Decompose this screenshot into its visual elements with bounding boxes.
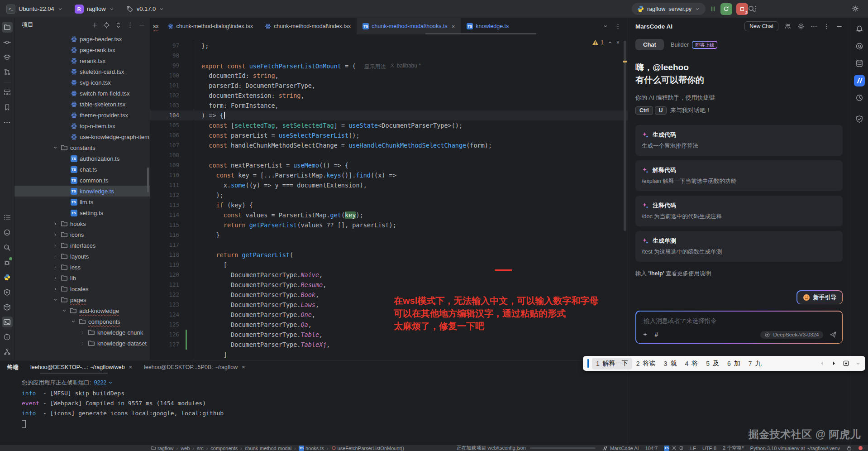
services-icon[interactable] xyxy=(2,287,13,297)
typescript-status-icon[interactable]: TS xyxy=(664,446,669,451)
tree-item-authorizationts[interactable]: TSauthorization.ts xyxy=(14,153,150,164)
huggingface-icon[interactable] xyxy=(2,227,13,238)
todo-icon[interactable] xyxy=(2,212,13,223)
tree-item-locales[interactable]: locales xyxy=(14,283,150,294)
ime-candidate-3[interactable]: 3就 xyxy=(660,358,681,369)
breadcrumb-item[interactable]: chunk-method-modal xyxy=(245,446,291,451)
code-line[interactable]: 108 xyxy=(150,150,628,160)
code-line[interactable]: 120 DocumentParserType.Naive, xyxy=(150,270,628,280)
commit-icon[interactable] xyxy=(2,37,13,48)
tree-item-pages[interactable]: pages xyxy=(14,294,150,305)
expand-collapse-icon[interactable] xyxy=(115,22,122,29)
minimize-icon[interactable] xyxy=(836,23,843,30)
ime-prev-icon[interactable] xyxy=(819,360,825,366)
breadcrumb-item[interactable]: useFetchParserListOnMount() xyxy=(331,446,404,451)
tree-item-switch-fom-fieldtsx[interactable]: switch-fom-field.tsx xyxy=(14,88,150,99)
ai-suggestion-card-3[interactable]: 生成单测/test 为这段选中的函数生成单测 xyxy=(635,231,843,262)
dependency-checker-icon[interactable] xyxy=(854,114,865,125)
ime-clipboard-icon[interactable] xyxy=(843,360,849,367)
breadcrumb-item[interactable]: components xyxy=(210,446,238,451)
inspections-widget[interactable]: 1 × xyxy=(592,39,620,46)
add-icon[interactable] xyxy=(91,22,98,29)
tree-scrollbar[interactable] xyxy=(147,168,149,192)
marscode-icon[interactable] xyxy=(854,75,865,86)
tree-item-chatts[interactable]: TSchat.ts xyxy=(14,164,150,175)
debug-icon[interactable] xyxy=(2,257,13,268)
problems-icon[interactable] xyxy=(2,331,13,342)
terminal-icon[interactable] xyxy=(2,317,13,327)
breadcrumb-item[interactable]: ragflow xyxy=(151,446,173,451)
send-icon[interactable] xyxy=(830,331,837,338)
database-icon[interactable] xyxy=(854,58,865,69)
rerun-button[interactable] xyxy=(720,3,732,15)
terminal-output[interactable]: 您的应用程序正在侦听端口: 9222 info - [MFSU] skip bu… xyxy=(0,374,628,428)
code-line[interactable]: 112 ); xyxy=(150,190,628,200)
ime-candidate-5[interactable]: 5及 xyxy=(702,358,723,369)
code-line[interactable]: 115 return getParserList(values ?? [], p… xyxy=(150,220,628,230)
search-icon[interactable] xyxy=(2,242,13,253)
tree-item-constants[interactable]: constants xyxy=(14,142,150,153)
chevron-up-icon[interactable] xyxy=(607,40,613,45)
tree-toggle-icon[interactable] xyxy=(52,243,58,248)
code-line[interactable]: 101 parserId: DocumentParserType, xyxy=(150,81,628,91)
python-packages-icon[interactable] xyxy=(2,272,13,283)
pull-requests-icon[interactable] xyxy=(2,67,13,77)
editor-scrollbar[interactable] xyxy=(624,41,626,231)
ai-suggestion-card-0[interactable]: 生成代码生成一个冒泡排序算法 xyxy=(635,125,843,156)
tree-item-svg-icontsx[interactable]: svg-icon.tsx xyxy=(14,77,150,88)
code-line[interactable]: 99export const useFetchParserListOnMount… xyxy=(150,61,628,71)
ime-candidate-2[interactable]: 2将诶 xyxy=(632,358,660,369)
code-line[interactable]: 116 } xyxy=(150,230,628,240)
new-chat-button[interactable]: New Chat xyxy=(744,21,778,31)
tree-toggle-icon[interactable] xyxy=(52,265,58,270)
code-line[interactable]: 102 documentExtension: string, xyxy=(150,91,628,101)
close-icon[interactable]: × xyxy=(616,39,620,46)
ime-candidate-4[interactable]: 4将 xyxy=(681,358,702,369)
tree-toggle-icon[interactable] xyxy=(52,276,58,281)
notifications-icon[interactable] xyxy=(854,24,865,34)
code-line[interactable]: 107 const handleChunkMethodSelectChange … xyxy=(150,140,628,150)
tree-item-llmts[interactable]: TSllm.ts xyxy=(14,197,150,207)
tree-toggle-icon[interactable] xyxy=(52,297,58,302)
project-folder-icon[interactable] xyxy=(2,22,13,33)
tab-list-dropdown-icon[interactable] xyxy=(603,24,608,29)
share-icon[interactable] xyxy=(784,23,792,30)
structure-icon[interactable] xyxy=(2,87,13,98)
editor-tab[interactable]: chunk-method-dialog\index.tsx xyxy=(162,18,259,34)
notification-dot[interactable] xyxy=(858,446,863,450)
ime-candidate-7[interactable]: 7九 xyxy=(744,358,766,369)
tree-item-settingts[interactable]: TSsetting.ts xyxy=(14,207,150,218)
panel-options-icon[interactable] xyxy=(127,22,134,29)
tab-options-icon[interactable] xyxy=(615,23,621,30)
tree-item-add-knowledge[interactable]: add-knowledge xyxy=(14,305,150,316)
code-line[interactable]: 127 DocumentParserType.TableXj, xyxy=(150,340,628,350)
tree-item-less[interactable]: less xyxy=(14,262,150,273)
wsl-selector[interactable]: >_ Ubuntu-22.04 xyxy=(6,5,63,14)
terminal-tab-scrollbar[interactable] xyxy=(40,373,108,374)
caret-position[interactable]: 104:7 xyxy=(645,446,658,451)
run-config-selector[interactable]: ragflow_server.py xyxy=(632,3,706,15)
line-separator[interactable]: LF xyxy=(690,446,696,451)
plugin-status-icon[interactable] xyxy=(672,446,677,451)
ime-next-icon[interactable] xyxy=(831,360,837,366)
code-line[interactable]: 114 const values = ParserListMap.get(key… xyxy=(150,210,628,220)
tree-item-page-ranktsx[interactable]: page-rank.tsx xyxy=(14,44,150,55)
tree-item-top-n-itemtsx[interactable]: top-n-item.tsx xyxy=(14,120,150,131)
code-line[interactable]: 119 [ xyxy=(150,260,628,270)
code-line[interactable]: 109 const nextParserList = useMemo(() =>… xyxy=(150,160,628,170)
tree-item-components[interactable]: components xyxy=(14,316,150,327)
version-control-icon[interactable] xyxy=(2,346,13,357)
editor-tab[interactable]: sx xyxy=(150,18,162,34)
breadcrumb-item[interactable]: src xyxy=(197,446,204,451)
code-line[interactable]: 113 if (key) { xyxy=(150,200,628,210)
code-line[interactable]: 105 const [selectedTag, setSelectedTag] … xyxy=(150,120,628,130)
code-line[interactable]: 98 xyxy=(150,51,628,61)
learn-icon[interactable] xyxy=(2,52,13,62)
tree-item-theme-providertsx[interactable]: theme-provider.tsx xyxy=(14,110,150,120)
tree-item-skeleton-cardtsx[interactable]: skeleton-card.tsx xyxy=(14,66,150,77)
chevron-down-icon[interactable] xyxy=(855,361,861,366)
more-horizontal-icon[interactable] xyxy=(811,23,817,30)
editor-tab[interactable]: TSchunk-method-modal\hooks.ts× xyxy=(357,18,461,34)
bookmarks-icon[interactable] xyxy=(2,102,13,113)
tab-scrollbar[interactable] xyxy=(425,33,536,34)
